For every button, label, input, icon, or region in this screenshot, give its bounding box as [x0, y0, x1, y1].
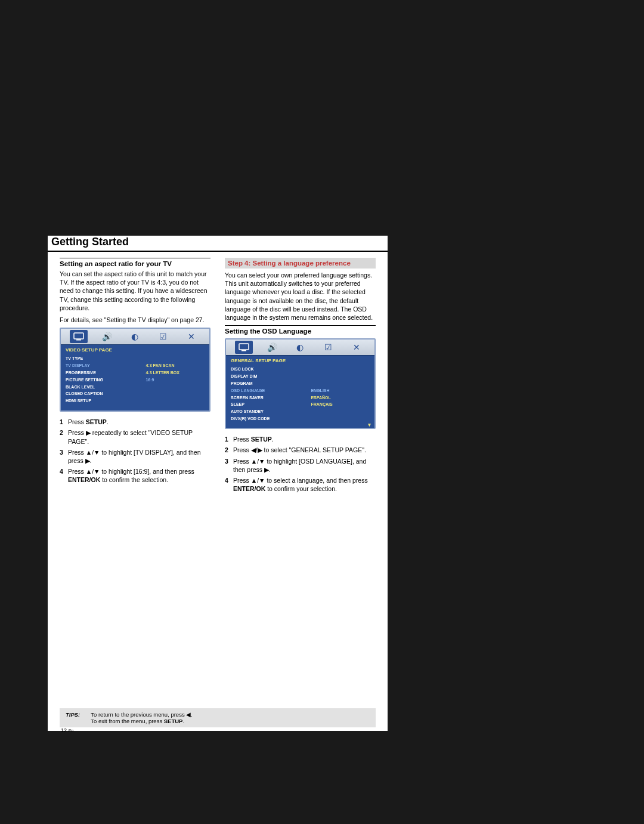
osd-item: DIVX(R) VOD CODE: [231, 415, 302, 422]
svg-rect-1: [76, 340, 81, 341]
step-bold: ENTER/OK: [233, 485, 265, 492]
page-title: Getting Started: [48, 236, 388, 248]
osd-item: DISC LOCK: [231, 366, 302, 373]
osd-val: 4:3 LETTER BOX: [145, 369, 205, 376]
right-column: Step 4: Setting a language preference Yo…: [225, 258, 376, 495]
step-bold: SETUP: [86, 418, 107, 425]
osd-val: ESPAÑOL: [311, 394, 370, 402]
preferences-icon: ☑: [154, 330, 172, 343]
osd-item: PROGRESSIVE: [66, 369, 137, 376]
osd-val: FRANÇAIS: [311, 401, 370, 408]
left-para1: You can set the aspect ratio of this uni…: [60, 270, 210, 312]
osd-item: TV TYPE: [66, 355, 137, 362]
speaker-icon: 🔊: [98, 330, 116, 343]
osd-item: SLEEP: [231, 401, 302, 408]
step: Press SETUP.: [225, 435, 376, 443]
left-para2: For details, see "Setting the TV display…: [60, 316, 210, 324]
osd-right-values: . 4:3 PAN SCAN 4:3 LETTER BOX 16:9: [145, 355, 205, 405]
close-icon: ✕: [182, 330, 200, 343]
page-lang: En: [69, 729, 74, 733]
osd-item: DISPLAY DIM: [231, 373, 302, 380]
svg-rect-2: [239, 344, 249, 350]
tips-line2: To exit from the menu, press: [91, 718, 164, 724]
step-text: .: [272, 436, 274, 443]
page-num-value: 12: [61, 727, 67, 733]
preferences-icon: ☑: [320, 341, 338, 354]
title-rule: [48, 251, 388, 252]
left-column: Setting an aspect ratio for your TV You …: [60, 258, 210, 495]
page-number: 12 En: [61, 727, 73, 733]
tips-bar: TIPS: To return to the previous menu, pr…: [60, 708, 376, 727]
osd-item: AUTO STANDBY: [231, 408, 302, 415]
step: Press ◀/▶ to select "GENERAL SETUP PAGE"…: [225, 446, 376, 454]
osd-item: PROGRAM: [231, 380, 302, 387]
step-bold: ENTER/OK: [68, 476, 100, 483]
svg-rect-3: [242, 350, 246, 351]
step-text: Press: [68, 418, 86, 425]
right-heading: Step 4: Setting a language preference: [225, 258, 376, 269]
step-text: .: [107, 418, 109, 425]
left-steps: Press SETUP. Press ▶ repeatedly to selec…: [60, 418, 210, 484]
osd-header-general: GENERAL SETUP PAGE: [226, 355, 374, 365]
step-text: to confirm your selection.: [265, 485, 337, 492]
osd-item-highlighted: OSD LANGUAGE: [231, 387, 302, 394]
tips-label: TIPS:: [66, 711, 80, 724]
osd-item-highlighted: TV DISPLAY: [66, 362, 137, 369]
step-text: to confirm the selection.: [100, 476, 168, 483]
osd-val-highlighted: ENGLISH: [311, 387, 370, 394]
osd-item: PICTURE SETTING: [66, 376, 137, 384]
step: Press ▲/▼ to select a language, and then…: [225, 476, 376, 493]
tv-icon: [70, 330, 88, 343]
step: Press ▶ repeatedly to select "VIDEO SETU…: [60, 428, 210, 445]
osd-item: CLOSED CAPTION: [66, 390, 137, 397]
tips-text: To return to the previous menu, press ◀.…: [91, 711, 193, 724]
osd-tabs: 🔊 ◐ ☑ ✕: [226, 340, 374, 355]
step: Press ▲/▼ to highlight [OSD LANGUAGE], a…: [225, 457, 376, 474]
step: Press ▲/▼ to highlight [16:9], and then …: [60, 467, 210, 484]
step-text: Press ▲/▼ to select a language, and then…: [233, 477, 368, 484]
right-para: You can select your own preferred langua…: [225, 271, 376, 322]
dolby-icon: ◐: [126, 330, 144, 343]
step-text: Press ▲/▼ to highlight [16:9], and then …: [68, 468, 194, 475]
step-bold: SETUP: [251, 436, 272, 443]
close-icon: ✕: [348, 341, 366, 354]
tips-line1: To return to the previous menu, press ◀.: [91, 711, 193, 718]
right-steps: Press SETUP. Press ◀/▶ to select "GENERA…: [225, 435, 376, 493]
osd-val: 4:3 PAN SCAN: [145, 362, 205, 369]
osd-right-values: . . . ENGLISH ESPAÑOL FRANÇAIS: [311, 366, 370, 422]
main-columns: Setting an aspect ratio for your TV You …: [48, 258, 388, 495]
osd-left-items: DISC LOCK DISPLAY DIM PROGRAM OSD LANGUA…: [231, 366, 302, 422]
general-setup-osd: 🔊 ◐ ☑ ✕ GENERAL SETUP PAGE DISC LOCK DIS…: [225, 338, 376, 429]
video-setup-osd: 🔊 ◐ ☑ ✕ VIDEO SETUP PAGE TV TYPE TV DISP…: [60, 328, 210, 412]
osd-item: BLACK LEVEL: [66, 384, 137, 391]
speaker-icon: 🔊: [263, 341, 281, 354]
step-text: Press: [233, 436, 251, 443]
svg-rect-0: [74, 333, 83, 339]
tv-icon: [235, 341, 253, 354]
tips-bold: SETUP: [164, 718, 183, 724]
step: Press ▲/▼ to highlight [TV DISPLAY], and…: [60, 448, 210, 465]
step: Press SETUP.: [60, 418, 210, 426]
osd-header-video: VIDEO SETUP PAGE: [61, 344, 209, 354]
osd-left-items: TV TYPE TV DISPLAY PROGRESSIVE PICTURE S…: [66, 355, 137, 405]
right-sub-heading: Setting the OSD Language: [225, 325, 376, 335]
osd-item: HDMI SETUP: [66, 397, 137, 405]
osd-item: SCREEN SAVER: [231, 394, 302, 402]
osd-tabs: 🔊 ◐ ☑ ✕: [61, 329, 209, 344]
osd-val-highlighted: 16:9: [145, 376, 205, 384]
dolby-icon: ◐: [291, 341, 309, 354]
left-heading: Setting an aspect ratio for your TV: [60, 258, 210, 267]
tips-post: .: [182, 718, 184, 724]
